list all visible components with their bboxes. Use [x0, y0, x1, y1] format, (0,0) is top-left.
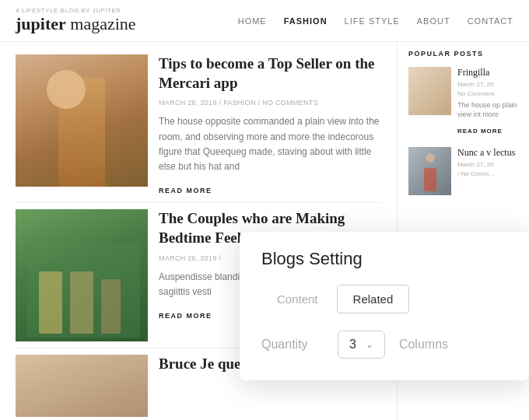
- columns-label: Columns: [399, 338, 448, 352]
- quantity-label: Quantity: [261, 338, 324, 352]
- quantity-value: 3: [349, 338, 356, 352]
- tab-related[interactable]: Related: [337, 285, 410, 313]
- quantity-select[interactable]: 3 ⌄: [338, 331, 385, 359]
- modal-tabs: Content Related: [261, 285, 507, 313]
- modal-title: Blogs Setting: [261, 249, 507, 269]
- modal-quantity-row: Quantity 3 ⌄ Columns: [261, 331, 507, 359]
- chevron-down-icon: ⌄: [366, 339, 373, 350]
- modal-dialog: Blogs Setting Content Related Quantity 3…: [240, 232, 529, 380]
- tab-content[interactable]: Content: [261, 285, 334, 313]
